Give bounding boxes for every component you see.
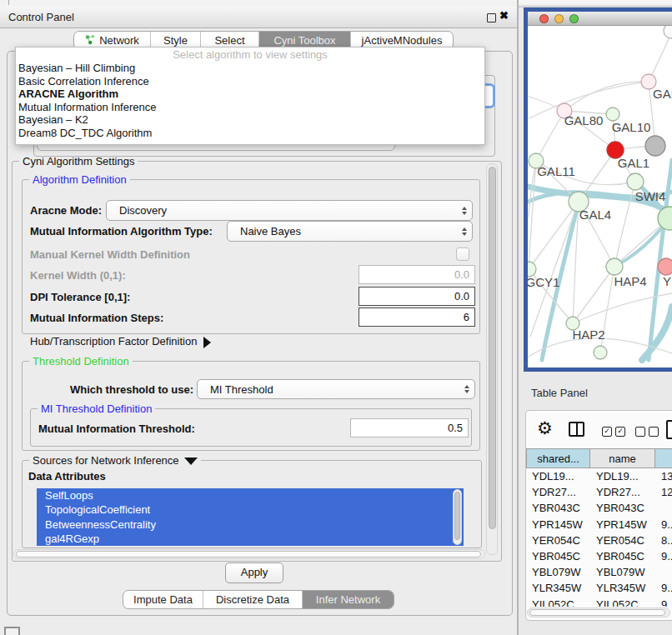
export-table-icon[interactable] — [666, 420, 672, 439]
table-row[interactable]: YER054CYER054C8... — [526, 532, 672, 548]
settings-horizontal-scrollbar[interactable] — [13, 549, 485, 559]
node-hap4[interactable] — [606, 258, 623, 275]
expand-right-icon[interactable] — [203, 337, 211, 348]
aracne-mode-value: Discovery — [119, 204, 167, 217]
apply-button[interactable]: Apply — [225, 562, 283, 583]
algorithm-option-basic-correlation-inference[interactable]: Basic Correlation Inference — [16, 75, 484, 88]
table-cell: YBL079W — [590, 564, 655, 580]
tab-label: Cyni Toolbox — [273, 34, 335, 47]
table-cell — [655, 500, 672, 516]
settings-group-title: Cyni Algorithm Settings — [19, 155, 138, 168]
table-cell: YPR145W — [526, 517, 590, 532]
node-label-gal4: GAL4 — [579, 208, 611, 222]
sources-group-title[interactable]: Sources for Network Inference — [29, 454, 201, 467]
node-label-gal1: GAL1 — [618, 156, 649, 170]
docked-panel-icon[interactable] — [4, 627, 20, 635]
algorithm-option-bayesian-k2[interactable]: Bayesian – K2 — [16, 113, 484, 127]
table-row[interactable]: YLR345WYLR345W9... — [526, 580, 672, 596]
settings-vertical-scrollbar[interactable] — [486, 163, 498, 555]
column-header-col3[interactable] — [655, 448, 672, 468]
node-label-hap4: HAP4 — [614, 274, 646, 288]
deselect-all-columns-icon[interactable] — [635, 427, 659, 437]
table-header: shared...name — [526, 448, 672, 468]
table-cell: YDL19... — [590, 468, 655, 484]
aracne-mode-combo[interactable]: Discovery — [106, 200, 473, 221]
node-unlabeled[interactable] — [627, 173, 644, 190]
table-cell: YDL19... — [526, 468, 590, 484]
kernel-width-field[interactable]: 0.0 — [359, 265, 475, 284]
panel-notch — [8, 0, 9, 5]
node-label-gal80: GAL80 — [564, 113, 604, 128]
table-cell: 8... — [655, 532, 672, 548]
table-cell: 12... — [655, 484, 672, 500]
mi-algorithm-type-combo[interactable]: Naive Bayes — [227, 221, 473, 242]
node-unlabeled[interactable] — [664, 26, 672, 38]
node-gal10[interactable] — [606, 108, 619, 121]
table-cell: YBR043C — [526, 500, 590, 516]
mi-threshold-field[interactable]: 0.5 — [350, 418, 469, 438]
kernel-width-label: Kernel Width (0,1): — [30, 269, 126, 282]
table-row[interactable]: YBR045CYBR045C9... — [526, 548, 672, 564]
bottom-tabbar: Impute DataDiscretize DataInfer Network — [123, 590, 394, 609]
algorithm-option-dream8-dc-tdc-algorithm[interactable]: Dream8 DC_TDC Algorithm — [16, 127, 484, 140]
tab-label: Network — [99, 34, 139, 47]
tab-infer-network[interactable]: Infer Network — [303, 591, 394, 608]
mi-threshold-definition-title: MI Threshold Definition — [38, 402, 155, 415]
table-row[interactable]: YBL079WYBL079W — [526, 564, 672, 580]
dpi-tolerance-field[interactable]: 0.0 — [359, 287, 475, 306]
table-row[interactable]: YPR145WYPR145W9... — [526, 517, 672, 532]
table-cell: YDR27... — [526, 484, 590, 500]
collapse-down-icon[interactable] — [184, 458, 198, 465]
node-unlabeled[interactable] — [594, 346, 607, 359]
column-header-name[interactable]: name — [590, 448, 655, 468]
mi-steps-field[interactable]: 6 — [359, 308, 475, 327]
network-canvas[interactable]: GAL7GAL80GAL10GAL1GAL11SWI4GAL4GCY1HAP4Y… — [528, 26, 672, 368]
table-cell: 9... — [655, 580, 672, 596]
data-attribute-gal4rgexp[interactable]: gal4RGexp — [37, 532, 464, 546]
algorithm-option-bayesian-hill-climbing[interactable]: Bayesian – Hill Climbing — [16, 62, 484, 75]
which-threshold-label: Which threshold to use: — [70, 383, 193, 396]
algorithm-option-mutual-information-inference[interactable]: Mutual Information Inference — [16, 101, 484, 114]
tab-impute-data[interactable]: Impute Data — [123, 591, 203, 608]
threshold-definition-title: Threshold Definition — [29, 355, 133, 368]
minimize-traffic-light[interactable] — [554, 14, 564, 23]
attributes-scrollbar[interactable] — [453, 489, 462, 545]
gear-icon[interactable]: ⚙ — [537, 419, 553, 438]
tab-discretize-data[interactable]: Discretize Data — [203, 591, 303, 608]
control-panel-window: Control Panel ✖ NetworkStyleSelectCyni T… — [0, 0, 519, 635]
select-all-columns-icon[interactable]: ✓✓ — [602, 427, 625, 437]
data-attribute-selfloops[interactable]: SelfLoops — [37, 488, 464, 502]
network-edge — [564, 82, 649, 111]
mi-threshold-label: Mutual Information Threshold: — [38, 422, 195, 435]
close-traffic-light[interactable] — [539, 14, 549, 23]
hub-definition-label: Hub/Transcription Factor Definition — [30, 335, 197, 348]
table-row[interactable]: YDR27...YDR27...12... — [526, 484, 672, 500]
data-attribute-betweennesscentrality[interactable]: BetweennessCentrality — [37, 518, 464, 532]
table-row[interactable]: YIL052CYIL052C9... — [526, 597, 672, 608]
table-cell: YBR043C — [590, 500, 655, 516]
table-cell: 9... — [655, 517, 672, 532]
split-view-icon[interactable] — [569, 422, 584, 437]
zoom-traffic-light[interactable] — [569, 14, 579, 23]
tab-label: Select — [214, 34, 244, 47]
data-attributes-list[interactable]: SelfLoopsTopologicalCoefficientBetweenne… — [37, 488, 464, 546]
data-attribute-topologicalcoefficient[interactable]: TopologicalCoefficient — [37, 502, 464, 517]
table-row[interactable]: YBR043CYBR043C — [526, 500, 672, 516]
float-window-icon[interactable] — [487, 13, 496, 22]
which-threshold-combo[interactable]: MI Threshold — [197, 379, 475, 399]
hub-definition-expander[interactable]: Hub/Transcription Factor Definition — [30, 335, 211, 348]
table-row[interactable]: YDL19...YDL19...13... — [526, 468, 672, 484]
algorithm-option-aracne-algorithm[interactable]: ARACNE Algorithm — [16, 88, 484, 101]
node-y[interactable] — [658, 258, 672, 275]
manual-kernel-checkbox[interactable] — [456, 248, 469, 261]
table-horizontal-scrollbar[interactable] — [527, 608, 670, 618]
close-icon[interactable]: ✖ — [499, 9, 509, 22]
table-cell: 9... — [655, 597, 672, 608]
column-header-shared[interactable]: shared... — [526, 448, 590, 468]
table-cell: YBL079W — [526, 564, 590, 580]
node-unlabeled[interactable] — [645, 136, 665, 156]
network-window-titlebar[interactable] — [528, 12, 672, 26]
network-icon — [85, 34, 95, 48]
table-cell: 13... — [655, 468, 672, 484]
node-label-gal7: GAL7 — [653, 87, 672, 101]
